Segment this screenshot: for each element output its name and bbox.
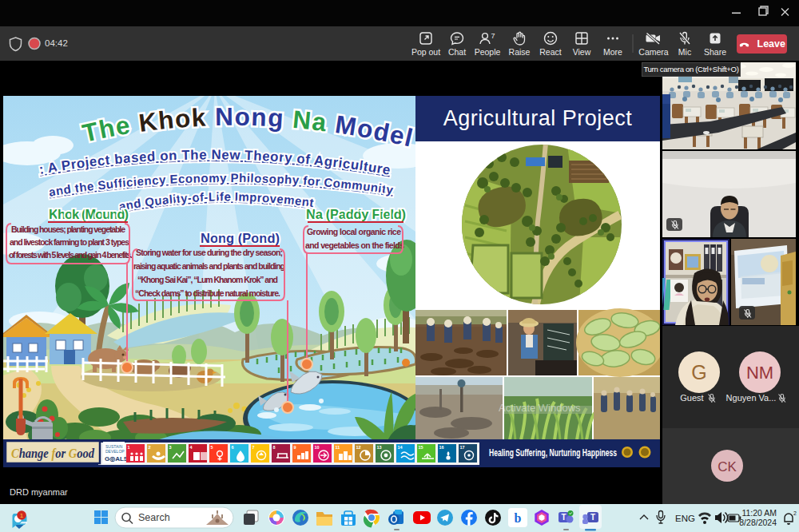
svg-text:raising aquatic animals and pl: raising aquatic animals and plants and b… — [133, 261, 285, 271]
svg-text:1: 1 — [128, 445, 130, 450]
svg-text:14: 14 — [398, 445, 403, 450]
svg-text:Search: Search — [138, 512, 170, 523]
svg-text:ENG: ENG — [675, 514, 695, 523]
svg-text:Activate Windows: Activate Windows — [499, 402, 581, 414]
svg-text:13: 13 — [377, 445, 382, 450]
svg-text:G: G — [691, 361, 706, 383]
svg-text:and vegetables on the fields: and vegetables on the fields — [305, 240, 404, 250]
svg-text:Khok (Mound): Khok (Mound) — [49, 207, 129, 221]
svg-text:Healing Suffering, Nurturing H: Healing Suffering, Nurturing Happiness — [489, 447, 617, 459]
svg-text:DEVELOP: DEVELOP — [105, 449, 125, 454]
svg-text:CK: CK — [718, 459, 737, 474]
svg-text:G◎ALS: G◎ALS — [105, 455, 129, 463]
svg-text:1: 1 — [20, 512, 24, 519]
svg-text:3: 3 — [169, 445, 172, 450]
svg-text:and livestock farming to plant: and livestock farming to plant 3 types — [10, 237, 129, 247]
svg-text:Building houses; planting vege: Building houses; planting vegetable — [11, 224, 125, 234]
svg-text:8/28/2024: 8/28/2024 — [739, 518, 777, 527]
svg-text:Nong (Pond): Nong (Pond) — [201, 231, 280, 245]
svg-text:17: 17 — [460, 445, 465, 450]
svg-text:Change for Good: Change for Good — [11, 446, 95, 461]
svg-text:12: 12 — [356, 445, 361, 450]
svg-text:b: b — [515, 511, 522, 525]
svg-text:of forests with 5 levels and g: of forests with 5 levels and gain 4 bene… — [9, 250, 133, 260]
svg-text:T: T — [561, 513, 566, 522]
svg-text:16: 16 — [439, 445, 444, 450]
svg-text:9: 9 — [294, 445, 296, 450]
svg-text:11:20 AM: 11:20 AM — [741, 508, 777, 518]
svg-text:NM: NM — [746, 363, 773, 383]
svg-text:6: 6 — [232, 445, 234, 450]
svg-text:5: 5 — [211, 445, 213, 450]
svg-text:“Check dams” to distribute nat: “Check dams” to distribute natural moist… — [135, 288, 280, 298]
svg-text:11: 11 — [336, 445, 340, 450]
svg-text:T: T — [590, 513, 595, 522]
svg-text:10: 10 — [315, 445, 320, 450]
svg-text:8: 8 — [273, 445, 276, 450]
svg-text:Storing water for use during t: Storing water for use during the dry sea… — [136, 248, 283, 257]
svg-text:“Khong Sai Kai”, “Lum Khanom K: “Khong Sai Kai”, “Lum Khanom Krok” and — [137, 275, 278, 284]
svg-text:Nguyen Va...: Nguyen Va... — [726, 393, 777, 403]
svg-text:7: 7 — [252, 445, 255, 450]
svg-text:Growing local organic rice: Growing local organic rice — [307, 227, 401, 236]
svg-text:Na (Paddy Field): Na (Paddy Field) — [306, 207, 406, 221]
svg-text:15: 15 — [419, 445, 423, 450]
svg-text:Guest: Guest — [680, 393, 703, 403]
svg-text:2: 2 — [149, 445, 151, 450]
svg-text:2: 2 — [793, 510, 797, 516]
svg-text:7: 7 — [491, 32, 495, 40]
